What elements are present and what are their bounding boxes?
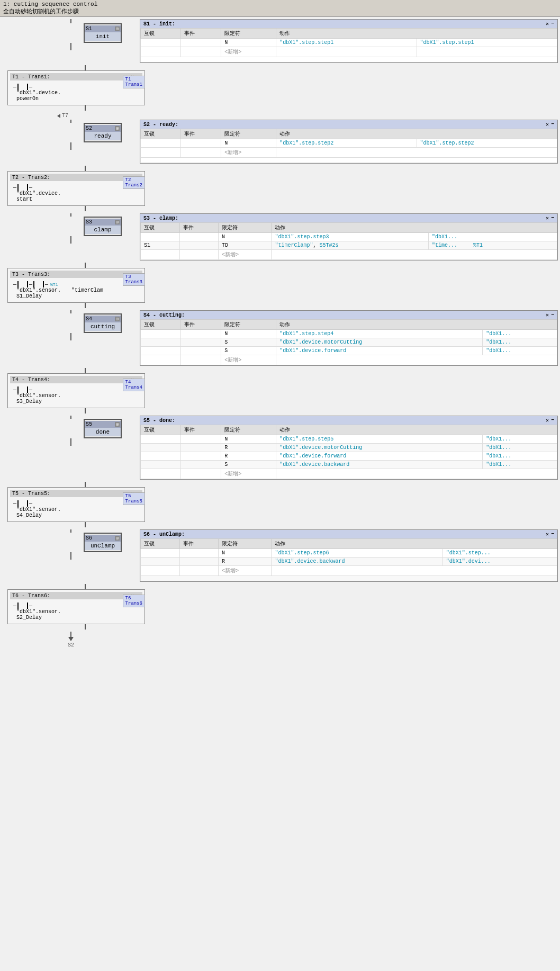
cell-interlock [141, 139, 181, 148]
cell-event [181, 39, 221, 47]
s5-min-icon[interactable]: − [551, 417, 554, 424]
col-interlock: 互锁 [141, 539, 180, 549]
cell-qualifier: N [219, 549, 272, 558]
t2-title: T2 - Trans2: [12, 175, 50, 181]
cell-qualifier: R [221, 452, 276, 461]
s3-close-icon[interactable]: ✕ [546, 215, 549, 221]
cell-event [181, 444, 221, 452]
t5-contact-label: "dbX1".sensor.S4_Delay [16, 507, 139, 518]
cell-interlock [141, 355, 181, 365]
s3-label: S3 ⊞ [85, 219, 121, 226]
table-row: S "dbX1".device.motorCutting "dbX1... [141, 338, 557, 347]
table-row: S "dbX1".device.forward "dbX1... [141, 347, 557, 355]
s4-header-icons: ✕ − [546, 312, 554, 318]
table-row: <新增> [141, 355, 557, 365]
s4-close-icon[interactable]: ✕ [546, 312, 549, 318]
cell-action2: "dbX1... [483, 461, 557, 469]
s3-step-box[interactable]: S3 ⊞ clamp [84, 217, 122, 236]
cell-event [181, 47, 221, 57]
cell-action [272, 566, 557, 576]
s1-label: S1 ⊞ [85, 25, 121, 32]
s4-table-header: S4 - cutting: ✕ − [140, 311, 557, 319]
t6-contact [17, 603, 28, 609]
s1-min-icon[interactable]: − [551, 21, 554, 27]
cell-event [179, 558, 219, 566]
t6-title: T6 - Trans6: [12, 593, 50, 599]
cell-interlock [141, 469, 181, 479]
col-event: 事件 [181, 425, 221, 435]
cell-interlock [141, 452, 181, 461]
table-row: N "dbX1".step.step4 "dbX1... [141, 330, 557, 338]
cell-action2: "dbX1... [428, 233, 557, 241]
cell-action1: "dbX1".device.backward [272, 558, 442, 566]
col-action: 动作 [276, 129, 557, 139]
cell-qualifier: N [221, 330, 276, 338]
s3-left: S3 ⊞ clamp [2, 213, 140, 244]
cell-qualifier: S [221, 347, 276, 355]
t3-contact1 [17, 281, 28, 287]
s2-min-icon[interactable]: − [551, 121, 554, 128]
t5-bubble: T5Trans5 [123, 492, 145, 505]
t2-bubble: T2Trans2 [123, 176, 145, 189]
s3-table-header: S3 - clamp: ✕ − [140, 214, 557, 222]
window-subtitle: 全自动砂轮切割机的工作步骤 [3, 7, 557, 15]
s2-name: ready [85, 132, 121, 140]
col-event: 事件 [179, 539, 219, 549]
cell-action1: "dbX1".step.step6 [272, 549, 442, 558]
cell-action1: "dbX1".step.step4 [276, 330, 483, 338]
s6-step-box[interactable]: S6 ⊞ unClamp [84, 533, 122, 552]
t3-contact2 [33, 281, 44, 287]
t1-contact-label: "dbX1".device.powerOn [16, 90, 139, 102]
s2-label: S2 ⊞ [85, 125, 121, 132]
window-title: 1: cutting sequence control [3, 1, 557, 7]
s5-step-box[interactable]: S5 ⊞ done [84, 419, 122, 438]
s6-table-container: S6 - unClamp: ✕ − 互锁 事件 限定符 动作 [140, 529, 558, 582]
s2-step-box[interactable]: S2 ⊞ ready [84, 123, 122, 142]
s5-close-icon[interactable]: ✕ [546, 417, 549, 424]
cell-action1: "dbX1".step.step2 [276, 139, 417, 148]
s5-table: S5 - done: ✕ − 互锁 事件 限定符 动作 [140, 416, 558, 480]
t1-bubble: T1Trans1 [123, 76, 145, 88]
s3-min-icon[interactable]: − [551, 215, 554, 221]
s6-close-icon[interactable]: ✕ [546, 531, 549, 537]
s1-grid-icon: ⊞ [115, 26, 120, 31]
main-content: S1 ⊞ init S1 - init: ✕ − [0, 17, 560, 650]
cell-qualifier: <新增> [221, 355, 276, 365]
s6-table-title: S6 - unClamp: [143, 532, 185, 537]
cell-qualifier: N [221, 39, 276, 47]
cell-empty [141, 158, 557, 163]
cell-interlock: S1 [141, 241, 180, 250]
s3-id: S3 [86, 219, 92, 225]
col-interlock: 互锁 [141, 29, 181, 39]
col-action: 动作 [276, 29, 557, 39]
table-row: R "dbX1".device.backward "dbX1".devi... [141, 558, 557, 566]
s5-table-header: S5 - done: ✕ − [140, 416, 557, 425]
s3-data-table: 互锁 事件 限定符 动作 N "dbX1".step.ste [140, 222, 557, 260]
t4-contact-label: "dbX1".sensor.S3_Delay [16, 393, 139, 404]
s6-min-icon[interactable]: − [551, 531, 554, 537]
table-row: N "dbX1".step.step5 "dbX1... [141, 435, 557, 444]
col-event: 事件 [181, 29, 221, 39]
col-qualifier: 限定符 [219, 539, 272, 549]
s4-id: S4 [86, 316, 92, 322]
cell-interlock [141, 558, 180, 566]
cell-action [276, 355, 557, 365]
s4-step-box[interactable]: S4 ⊞ cutting [84, 313, 122, 333]
s4-min-icon[interactable]: − [551, 312, 554, 318]
cell-action2: "dbX1... [483, 444, 557, 452]
cell-interlock [141, 250, 180, 260]
table-row: <新增> [141, 47, 557, 57]
cell-action1: "dbX1".step.step5 [276, 435, 483, 444]
col-interlock: 互锁 [141, 425, 181, 435]
table-row: R "dbX1".device.motorCutting "dbX1... [141, 444, 557, 452]
s2-close-icon[interactable]: ✕ [546, 121, 549, 128]
cell-interlock [141, 444, 181, 452]
cell-action2: "dbX1... [483, 330, 557, 338]
cell-action1: "dbX1".device.backward [276, 461, 483, 469]
cell-action2: "dbX1".devi... [442, 558, 557, 566]
cell-qualifier: <新增> [221, 47, 276, 57]
s4-left: S4 ⊞ cutting [2, 310, 140, 340]
s1-close-icon[interactable]: ✕ [546, 21, 549, 27]
cell-action1: "timerClamp", S5T#2s [272, 241, 429, 250]
s1-step-box[interactable]: S1 ⊞ init [84, 23, 122, 43]
